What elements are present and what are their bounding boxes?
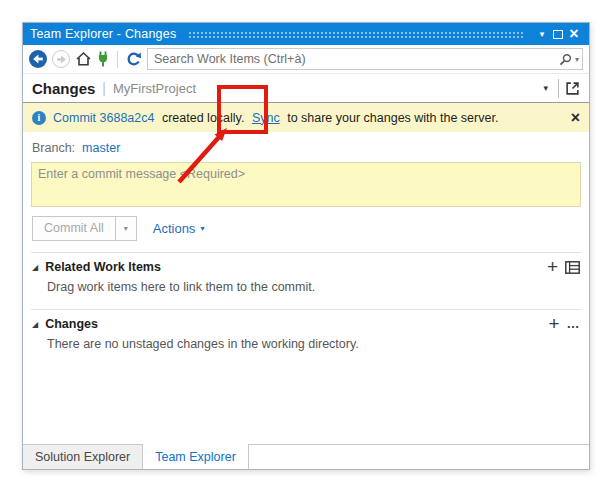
team-explorer-window: Team Explorer - Changes ▾ × — [22, 22, 590, 470]
actions-caret-icon: ▾ — [200, 224, 204, 233]
title-bar[interactable]: Team Explorer - Changes ▾ × — [23, 23, 589, 45]
forward-arrow-icon — [56, 54, 67, 65]
plug-icon — [97, 51, 109, 67]
work-item-list-icon[interactable] — [565, 261, 580, 274]
branch-name-link[interactable]: master — [82, 141, 120, 155]
search-box: ▾ — [147, 48, 583, 70]
branch-row: Branch: master — [32, 141, 581, 155]
window-title: Team Explorer - Changes — [30, 27, 176, 41]
project-name: MyFirstProject — [113, 81, 196, 96]
commit-all-button[interactable]: Commit All — [33, 217, 115, 240]
back-button[interactable] — [29, 50, 47, 68]
changes-section-description: There are no unstaged changes in the wor… — [31, 333, 581, 357]
changes-section-header[interactable]: ◢ Changes + … — [31, 310, 581, 333]
dismiss-notification-icon[interactable]: × — [571, 111, 580, 125]
notification-text-end: to share your changes with the server. — [287, 111, 498, 125]
toolbar-separator — [117, 51, 118, 68]
connect-button[interactable] — [97, 51, 109, 67]
tab-team-explorer[interactable]: Team Explorer — [143, 444, 249, 469]
changes-page-content: Branch: master Commit All ▾ Actions ▾ ◢ … — [23, 132, 589, 444]
branch-label: Branch: — [32, 141, 75, 155]
undock-popout-icon[interactable] — [565, 81, 580, 96]
refresh-icon — [126, 51, 142, 67]
collapse-triangle-icon[interactable]: ◢ — [32, 320, 38, 329]
search-icon[interactable] — [559, 53, 572, 66]
more-options-icon[interactable]: … — [567, 319, 581, 329]
refresh-button[interactable] — [126, 51, 142, 67]
related-work-items-description: Drag work items here to link them to the… — [31, 276, 581, 300]
search-input[interactable] — [147, 48, 583, 70]
header-separator — [558, 79, 559, 98]
tab-solution-explorer[interactable]: Solution Explorer — [23, 445, 143, 469]
forward-button[interactable] — [52, 50, 70, 68]
search-options-caret-icon[interactable]: ▾ — [575, 55, 579, 64]
info-icon: i — [32, 111, 46, 125]
close-icon[interactable]: × — [566, 26, 582, 42]
commit-all-dropdown-icon[interactable]: ▾ — [115, 217, 136, 240]
page-header: Changes | MyFirstProject ▾ — [23, 74, 589, 103]
actions-label: Actions — [153, 221, 196, 236]
actions-menu-button[interactable]: Actions ▾ — [153, 221, 205, 236]
maximize-square-glyph — [553, 30, 563, 39]
related-work-items-title: Related Work Items — [45, 260, 161, 274]
drag-handle-dots[interactable] — [188, 31, 524, 40]
related-work-items-header[interactable]: ◢ Related Work Items + — [31, 253, 581, 276]
home-icon — [75, 51, 92, 67]
notification-bar: i Commit 3688a2c4 created locally. Sync … — [23, 103, 589, 132]
sync-link[interactable]: Sync — [252, 111, 280, 125]
add-work-item-icon[interactable]: + — [547, 260, 558, 274]
window-position-dropdown-icon[interactable]: ▾ — [534, 26, 550, 42]
page-title: Changes — [32, 80, 95, 97]
add-changes-icon[interactable]: + — [548, 317, 559, 331]
commit-all-split-button: Commit All ▾ — [32, 216, 137, 241]
collapse-triangle-icon[interactable]: ◢ — [32, 263, 38, 272]
commit-message-input[interactable] — [31, 162, 581, 207]
commit-actions-row: Commit All ▾ Actions ▾ — [32, 216, 581, 241]
maximize-icon[interactable] — [550, 26, 566, 42]
pages-dropdown-icon[interactable]: ▾ — [539, 83, 552, 93]
home-button[interactable] — [75, 51, 92, 67]
notification-message: Commit 3688a2c4 created locally. Sync to… — [53, 111, 498, 125]
bottom-tab-strip: Solution Explorer Team Explorer — [23, 444, 589, 469]
empty-area — [31, 357, 581, 444]
page-title-separator: | — [102, 80, 106, 96]
commit-hash-link[interactable]: Commit 3688a2c4 — [53, 111, 154, 125]
navigation-toolbar: ▾ — [23, 45, 589, 74]
notification-text-middle: created locally. — [162, 111, 244, 125]
back-arrow-icon — [32, 53, 44, 65]
changes-section-title: Changes — [45, 317, 98, 331]
